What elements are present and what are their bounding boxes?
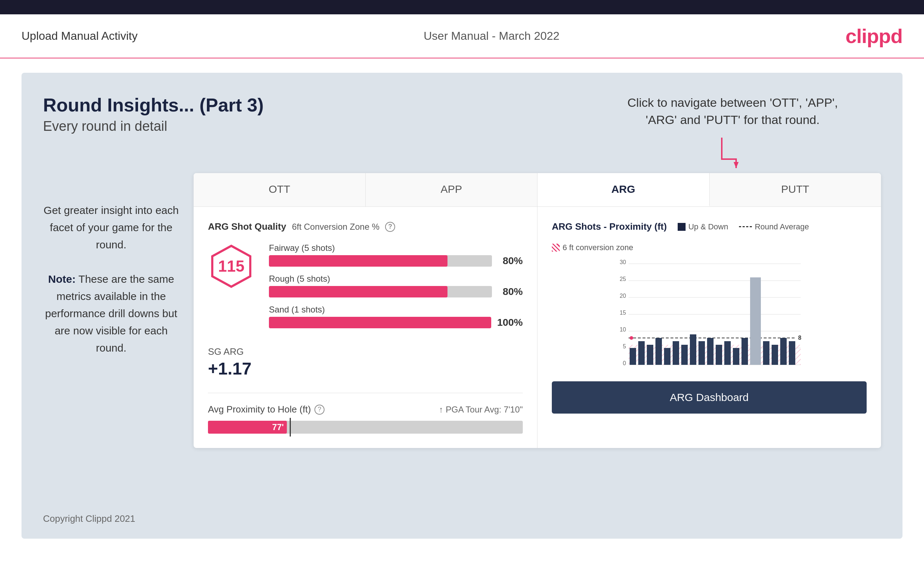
left-description: Get greater insight into each facet of y…	[43, 202, 179, 356]
page-subtitle: User Manual - March 2022	[424, 29, 560, 43]
chart-bar	[772, 345, 778, 365]
chart-bar	[698, 341, 705, 365]
bars-section: Fairway (5 shots) 80% Rough (5 shots)	[269, 243, 523, 335]
bar-label-sand: Sand (1 shots)	[269, 305, 523, 315]
chart-svg: 0 5 10 15 20 25 30	[552, 259, 867, 367]
nav-hint-arrow	[718, 134, 747, 170]
clippd-logo: clippd	[845, 24, 903, 48]
chart-bar	[733, 348, 739, 365]
legend-6ft-label: 6 ft conversion zone	[562, 243, 633, 252]
bar-pct-rough: 80%	[498, 286, 523, 297]
chart-bar	[763, 341, 769, 365]
nav-hint: Click to navigate between 'OTT', 'APP','…	[627, 94, 838, 170]
chart-bar	[647, 345, 653, 365]
svg-text:10: 10	[620, 327, 626, 333]
proximity-bar-label: 77'	[272, 422, 284, 432]
bar-fill-rough	[269, 286, 447, 297]
proximity-label-text: Avg Proximity to Hole (ft)	[208, 404, 311, 415]
bar-row-fairway: Fairway (5 shots) 80%	[269, 243, 523, 267]
proximity-help-icon[interactable]: ?	[315, 405, 325, 415]
chart-bar	[724, 341, 731, 365]
arg-quality-header: ARG Shot Quality 6ft Conversion Zone % ?	[208, 221, 523, 232]
legend-round-avg: Round Average	[739, 222, 809, 232]
score-row: 115 Fairway (5 shots) 80%	[208, 243, 523, 335]
nav-hint-text: Click to navigate between 'OTT', 'APP','…	[627, 94, 838, 128]
svg-text:15: 15	[620, 309, 626, 316]
chart-bar-tall	[750, 277, 761, 365]
sg-value: +1.17	[208, 359, 523, 379]
svg-text:20: 20	[620, 293, 626, 299]
sg-section: SG ARG +1.17	[208, 346, 523, 379]
sg-label: SG ARG	[208, 346, 523, 357]
bar-pct-sand: 100%	[497, 317, 523, 328]
proximity-bar-track: 77'	[208, 421, 523, 434]
hexagon-score: 115	[218, 257, 244, 275]
bar-label-fairway: Fairway (5 shots)	[269, 243, 523, 253]
pga-avg-label: ↑ PGA Tour Avg: 7'10"	[439, 405, 523, 415]
proximity-bar-fill: 77'	[208, 421, 287, 434]
chart-bar	[673, 341, 679, 365]
conversion-label: 6ft Conversion Zone %	[292, 222, 380, 232]
bar-track-sand	[269, 317, 491, 328]
left-panel: ARG Shot Quality 6ft Conversion Zone % ?…	[194, 207, 538, 448]
svg-text:5: 5	[623, 343, 626, 350]
chart-bar	[741, 338, 748, 365]
proximity-label: Avg Proximity to Hole (ft) ?	[208, 404, 325, 415]
arg-dashboard-button[interactable]: ARG Dashboard	[552, 381, 867, 414]
bar-container-rough: 80%	[269, 286, 523, 297]
bar-fill-fairway	[269, 255, 447, 267]
legend-dashed-icon	[739, 226, 752, 227]
chart-bar	[707, 338, 714, 365]
panel-body: ARG Shot Quality 6ft Conversion Zone % ?…	[194, 207, 881, 448]
legend-square-icon	[678, 223, 686, 231]
bar-track-fairway	[269, 255, 492, 267]
proximity-header: Avg Proximity to Hole (ft) ? ↑ PGA Tour …	[208, 404, 523, 415]
right-panel: ARG Shots - Proximity (ft) Up & Down Rou…	[538, 207, 881, 448]
legend-hatched-icon	[552, 244, 560, 251]
footer: Copyright Clippd 2021	[43, 513, 135, 524]
chart-header: ARG Shots - Proximity (ft) Up & Down Rou…	[552, 221, 867, 252]
proximity-cursor	[290, 418, 291, 437]
legend-6ft-zone: 6 ft conversion zone	[552, 243, 633, 252]
chart-bar	[638, 341, 645, 365]
help-icon[interactable]: ?	[385, 222, 395, 232]
legend-round-avg-label: Round Average	[755, 222, 809, 232]
note-label: Note:	[48, 273, 76, 285]
legend-up-down-label: Up & Down	[688, 222, 728, 232]
tab-arg[interactable]: ARG	[538, 173, 709, 206]
hexagon-container: 115	[208, 243, 255, 290]
proximity-section: Avg Proximity to Hole (ft) ? ↑ PGA Tour …	[208, 393, 523, 434]
svg-marker-0	[733, 162, 738, 168]
copyright-text: Copyright Clippd 2021	[43, 513, 135, 524]
bar-row-sand: Sand (1 shots) 100%	[269, 305, 523, 328]
bar-container-fairway: 80%	[269, 255, 523, 267]
arg-quality-label: ARG Shot Quality	[208, 221, 286, 232]
tab-ott[interactable]: OTT	[194, 173, 366, 206]
chart-bar	[656, 338, 662, 365]
chart-bar	[690, 334, 696, 365]
chart-bar	[789, 341, 795, 365]
chart-title: ARG Shots - Proximity (ft)	[552, 221, 667, 232]
chart-bar	[716, 345, 722, 365]
chart-bar	[681, 345, 688, 365]
reference-dot	[630, 336, 633, 340]
top-bar	[0, 0, 924, 15]
chart-bar	[630, 348, 636, 365]
svg-text:25: 25	[620, 276, 626, 282]
bar-fill-sand	[269, 317, 491, 328]
bar-label-rough: Rough (5 shots)	[269, 274, 523, 284]
header: Upload Manual Activity User Manual - Mar…	[0, 15, 924, 58]
tab-putt[interactable]: PUTT	[709, 173, 881, 206]
bar-row-rough: Rough (5 shots) 80%	[269, 274, 523, 297]
tab-app[interactable]: APP	[366, 173, 538, 206]
chart-bar	[780, 338, 787, 365]
tab-bar: OTT APP ARG PUTT	[194, 173, 881, 207]
legend-up-down: Up & Down	[678, 222, 728, 232]
upload-link[interactable]: Upload Manual Activity	[21, 29, 138, 43]
svg-text:8: 8	[798, 335, 801, 341]
svg-text:0: 0	[623, 360, 626, 366]
chart-bar	[664, 348, 670, 365]
main-content: Round Insights... (Part 3) Every round i…	[21, 73, 903, 539]
bar-container-sand: 100%	[269, 317, 523, 328]
chart-area: 0 5 10 15 20 25 30	[552, 259, 867, 374]
